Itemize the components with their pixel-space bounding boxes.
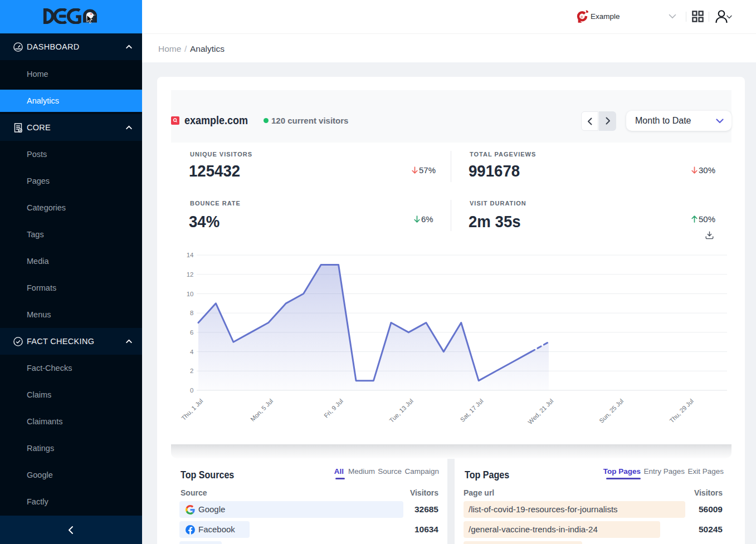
svg-text:6: 6: [190, 329, 193, 336]
svg-text:8: 8: [190, 310, 193, 316]
svg-text:2: 2: [190, 367, 193, 374]
svg-text:14: 14: [187, 252, 194, 258]
svg-text:0: 0: [190, 387, 193, 394]
svg-text:4: 4: [190, 349, 194, 355]
svg-text:Thu, 1 Jul: Thu, 1 Jul: [180, 398, 204, 422]
svg-text:Tue, 13 Jul: Tue, 13 Jul: [388, 398, 414, 424]
svg-text:Wed, 21 Jul: Wed, 21 Jul: [526, 398, 554, 425]
svg-text:Fri, 9 Jul: Fri, 9 Jul: [323, 398, 344, 419]
svg-text:Mon, 5 Jul: Mon, 5 Jul: [249, 398, 274, 423]
svg-text:12: 12: [187, 271, 194, 278]
svg-text:Sun, 25 Jul: Sun, 25 Jul: [598, 398, 625, 424]
svg-text:10: 10: [187, 291, 194, 297]
svg-text:Sat, 17 Jul: Sat, 17 Jul: [459, 398, 485, 423]
svg-text:Thu, 29 Jul: Thu, 29 Jul: [668, 398, 695, 424]
